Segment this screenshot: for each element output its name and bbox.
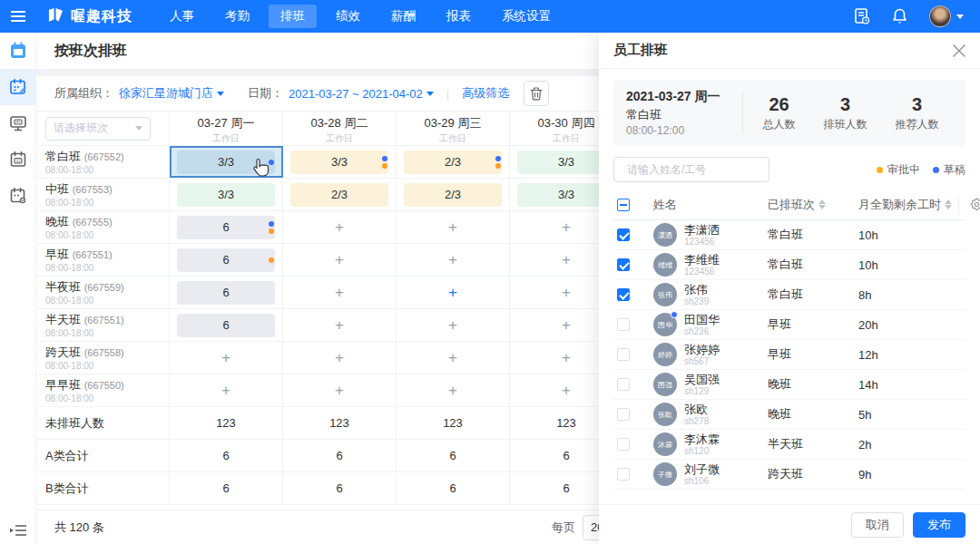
sidebar-item-shift-schedule[interactable] (0, 69, 36, 105)
avatar: 子微 (653, 462, 677, 486)
nav-item-scheduling[interactable]: 排班 (269, 5, 317, 28)
nav-item-settings[interactable]: 系统设置 (490, 5, 563, 28)
sidebar-item-calendar-settings[interactable] (0, 178, 36, 214)
summary-label: A类合计 (36, 440, 170, 471)
schedule-cell[interactable]: 6 (170, 277, 283, 308)
notification-bell-icon[interactable] (892, 8, 907, 24)
divider (742, 92, 743, 134)
nav-item-performance[interactable]: 绩效 (324, 5, 372, 28)
close-icon[interactable] (953, 44, 965, 57)
schedule-cell-add[interactable]: + (283, 309, 397, 341)
summary-value: 6 (170, 440, 283, 471)
row-checkbox[interactable] (617, 378, 630, 391)
nav-item-attendance[interactable]: 考勤 (213, 5, 261, 28)
employee-row[interactable]: 张伟 张伟sh239 常白班 8h (613, 280, 965, 310)
schedule-cell[interactable]: 6 (170, 309, 283, 341)
employee-row[interactable]: 子微 刘子微sh106 跨天班 9h (613, 460, 965, 490)
schedule-cell-add[interactable]: + (283, 342, 397, 374)
schedule-cell[interactable]: 6 (170, 244, 283, 276)
schedule-cell[interactable]: 3/3 (170, 179, 283, 210)
schedule-cell-selected[interactable]: 3/3 (170, 146, 283, 178)
row-checkbox[interactable] (617, 438, 630, 451)
schedule-cell[interactable]: 2/3 (397, 179, 510, 210)
sort-icon[interactable] (818, 199, 826, 209)
cancel-button[interactable]: 取消 (851, 512, 904, 538)
row-checkbox[interactable] (617, 318, 630, 331)
employee-schedule-panel: 员工排班 2021-03-27 周一 常白班 08:00-12:00 26 总人… (599, 33, 980, 544)
gear-icon[interactable] (958, 196, 980, 214)
schedule-cell[interactable]: 3/3 (283, 146, 397, 178)
schedule-cell-add[interactable]: + (283, 211, 397, 243)
hamburger-menu-icon[interactable] (0, 10, 36, 23)
approval-doc-icon[interactable] (854, 8, 870, 24)
employee-row[interactable]: 婷婷 张婷婷sh567 早班 12h (613, 340, 965, 370)
row-checkbox[interactable] (617, 288, 630, 301)
schedule-cell[interactable]: 2/3 (397, 146, 510, 178)
approving-dot (269, 228, 274, 234)
clear-filter-button[interactable] (524, 81, 549, 106)
schedule-cell-add[interactable]: + (397, 277, 510, 308)
schedule-cell-add[interactable]: + (397, 374, 510, 406)
org-filter-label: 所属组织： (54, 85, 113, 102)
summary-value: 123 (397, 407, 510, 439)
draft-dot (933, 167, 939, 173)
employee-row[interactable]: 张欧 张欧sh278 晚班 5h (613, 400, 965, 430)
select-all-checkbox[interactable] (617, 199, 630, 211)
sort-icon[interactable] (945, 199, 952, 209)
nav-item-reports[interactable]: 报表 (435, 5, 483, 28)
summary-value: 6 (283, 472, 397, 504)
avatar: 维维 (653, 253, 677, 277)
org-filter-select[interactable]: 徐家汇星游城门店 (119, 85, 224, 102)
panel-title: 员工排班 (613, 42, 668, 59)
header-name: 姓名 (653, 197, 768, 213)
schedule-cell-add[interactable]: + (397, 309, 510, 341)
nav-item-payroll[interactable]: 薪酬 (379, 5, 427, 28)
date-range-select[interactable]: 2021-03-27 ~ 2021-04-02 (289, 87, 434, 101)
row-checkbox[interactable] (617, 228, 630, 241)
schedule-cell[interactable]: 6 (170, 211, 283, 243)
employee-search-input[interactable] (627, 163, 768, 176)
per-page-label: 每页 (552, 520, 575, 536)
chevron-down-icon (135, 126, 142, 131)
column-header-date: 03-27 周一工作日 (170, 112, 283, 145)
svg-text:AI: AI (15, 120, 19, 124)
nav-item-hr[interactable]: 人事 (158, 5, 206, 28)
publish-button[interactable]: 发布 (913, 512, 965, 538)
schedule-cell-add[interactable]: + (170, 342, 283, 374)
left-sidebar: AI 12 (0, 33, 36, 544)
schedule-cell-add[interactable]: + (283, 244, 397, 276)
shift-select-dropdown[interactable]: 请选择班次 (45, 117, 151, 141)
header-hours: 月全勤剩余工时 (858, 197, 941, 213)
avatar: 张伟 (653, 283, 677, 306)
schedule-cell-add[interactable]: + (397, 342, 510, 374)
advanced-filter-link[interactable]: 高级筛选 (462, 85, 509, 102)
row-checkbox[interactable] (617, 258, 630, 271)
employee-row[interactable]: 潇洒 李潇洒123456 常白班 10h (613, 220, 965, 250)
row-checkbox[interactable] (617, 408, 630, 421)
approving-dot (495, 163, 501, 169)
draft-dot (671, 311, 678, 318)
sidebar-item-calendar-12[interactable]: 12 (0, 141, 36, 178)
sidebar-item-ai-screen[interactable]: AI (0, 105, 36, 141)
employee-row[interactable]: 沐霖 李沐霖sh120 半天班 2h (613, 430, 965, 460)
employee-search-box[interactable] (613, 157, 769, 182)
schedule-cell-add[interactable]: + (283, 374, 397, 406)
schedule-cell-add[interactable]: + (170, 374, 283, 406)
menu-collapse-icon[interactable] (0, 524, 36, 537)
divider: | (446, 87, 449, 101)
employee-row[interactable]: 国强 吴国强sh129 晚班 14h (613, 370, 965, 400)
user-menu[interactable] (929, 5, 964, 27)
sidebar-item-calendar[interactable] (0, 33, 36, 69)
row-checkbox[interactable] (617, 468, 630, 481)
employee-row[interactable]: 国华 田国华sh236 早班 20h (613, 310, 965, 340)
shift-date: 2021-03-27 周一 (626, 89, 742, 105)
row-checkbox[interactable] (617, 348, 630, 361)
schedule-cell-add[interactable]: + (397, 244, 510, 276)
schedule-cell-add[interactable]: + (397, 211, 510, 243)
employee-list-header: 姓名 已排班次 月全勤剩余工时 (613, 189, 965, 220)
schedule-cell-add[interactable]: + (283, 277, 397, 308)
employee-row[interactable]: 维维 李维维123456 常白班 10h (613, 250, 965, 280)
summary-value: 123 (283, 407, 397, 439)
schedule-cell[interactable]: 2/3 (283, 179, 397, 210)
employee-list: 潇洒 李潇洒123456 常白班 10h 维维 李维维123456 常白班 10… (599, 220, 980, 504)
